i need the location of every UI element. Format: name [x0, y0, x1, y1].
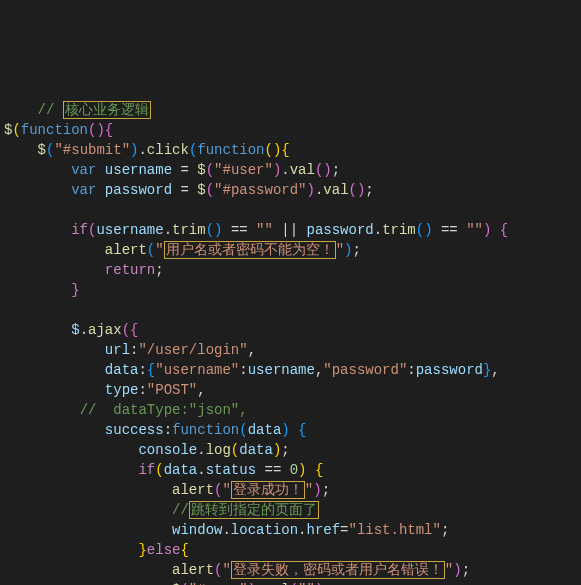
code-line: $.ajax({	[4, 322, 138, 338]
code-line	[4, 302, 12, 318]
code-line: url:"/user/login",	[4, 342, 256, 358]
code-line: if(data.status == 0) {	[4, 462, 323, 478]
code-line: type:"POST",	[4, 382, 206, 398]
code-line: // 核心业务逻辑	[4, 101, 151, 119]
code-line: var username = $("#user").val();	[4, 162, 340, 178]
code-line: //跳转到指定的页面了	[4, 501, 319, 519]
code-line: $("#submit").click(function(){	[4, 142, 290, 158]
code-line: alert("用户名或者密码不能为空！");	[4, 241, 361, 259]
code-line: data:{"username":username,"password":pas…	[4, 362, 500, 378]
code-line: return;	[4, 262, 164, 278]
code-line: }	[4, 282, 80, 298]
code-line: var password = $("#password").val();	[4, 182, 374, 198]
code-line: alert("登录成功！");	[4, 481, 330, 499]
code-line	[4, 202, 12, 218]
code-editor: // 核心业务逻辑 $(function(){ $("#submit").cli…	[0, 80, 581, 585]
code-line: if(username.trim() == "" || password.tri…	[4, 222, 508, 238]
code-line: alert("登录失败，密码或者用户名错误！");	[4, 561, 470, 579]
code-line: // dataType:"json",	[4, 402, 248, 418]
code-line: $(function(){	[4, 122, 113, 138]
code-line: success:function(data) {	[4, 422, 307, 438]
code-line: window.location.href="list.html";	[4, 522, 449, 538]
code-line: console.log(data);	[4, 442, 290, 458]
code-line: }else{	[4, 542, 189, 558]
